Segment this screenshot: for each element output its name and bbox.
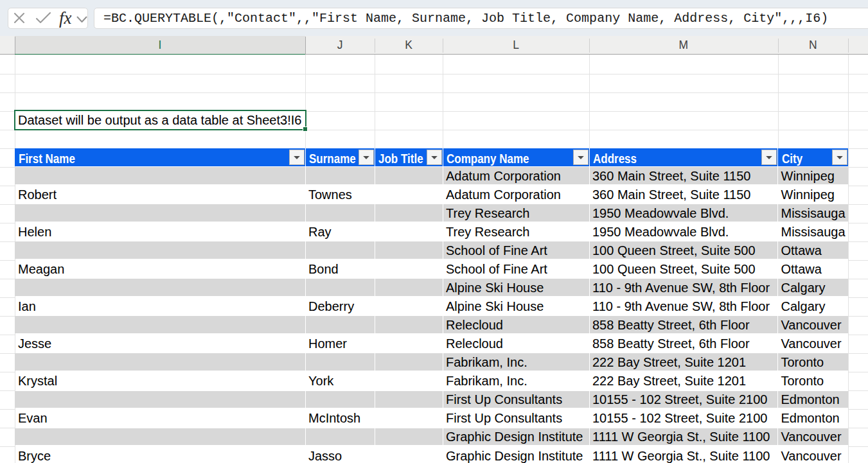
svg-text:fx: fx	[59, 8, 72, 28]
